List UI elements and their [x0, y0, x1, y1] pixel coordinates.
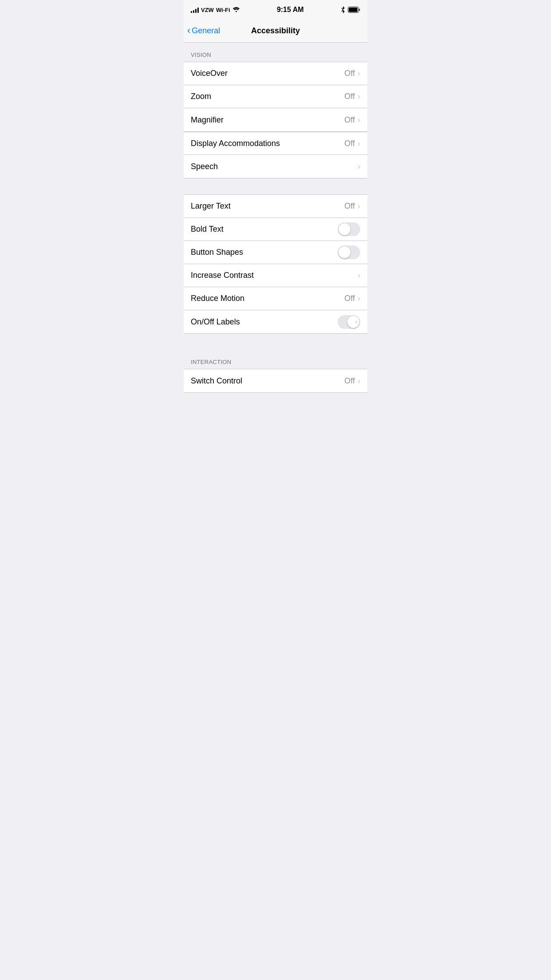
page-title: Accessibility [251, 26, 300, 36]
bold-text-label: Bold Text [191, 225, 224, 234]
display-accommodations-label: Display Accommodations [191, 139, 280, 148]
status-bar: VZW Wi-Fi 9:15 AM [184, 0, 367, 20]
carrier-label: VZW [201, 7, 214, 13]
speech-label: Speech [191, 162, 218, 171]
display-accommodations-chevron-icon: › [358, 139, 360, 148]
display-accommodations-right: Off › [344, 139, 360, 148]
gap-2 [184, 334, 367, 350]
speech-group: Speech › [184, 155, 367, 178]
bold-text-toggle[interactable] [338, 222, 360, 236]
vision-section-group: VoiceOver Off › Zoom Off › Magnifier Off… [184, 62, 367, 132]
button-shapes-label: Button Shapes [191, 248, 243, 257]
svg-rect-1 [349, 8, 358, 12]
larger-text-value: Off [344, 202, 355, 211]
wifi-label: Wi-Fi [216, 7, 230, 13]
switch-control-chevron-icon: › [358, 376, 360, 386]
zoom-item[interactable]: Zoom Off › [184, 85, 367, 108]
battery-icon [348, 7, 360, 13]
bluetooth-icon [341, 6, 345, 13]
speech-chevron-icon: › [358, 162, 360, 171]
larger-text-chevron-icon: › [358, 202, 360, 211]
switch-control-right: Off › [344, 376, 360, 386]
reduce-motion-item[interactable]: Reduce Motion Off › [184, 287, 367, 310]
zoom-label: Zoom [191, 92, 211, 101]
voiceover-item[interactable]: VoiceOver Off › [184, 62, 367, 85]
voiceover-label: VoiceOver [191, 69, 228, 78]
button-shapes-toggle-knob [338, 246, 350, 258]
magnifier-label: Magnifier [191, 115, 224, 125]
back-chevron-icon: ‹ [187, 26, 190, 36]
reduce-motion-label: Reduce Motion [191, 294, 244, 303]
switch-control-value: Off [344, 376, 355, 386]
increase-contrast-item[interactable]: Increase Contrast › [184, 264, 367, 287]
gap-1 [184, 178, 367, 194]
status-time: 9:15 AM [277, 6, 304, 14]
signal-bars [191, 7, 199, 13]
magnifier-chevron-icon: › [358, 115, 360, 125]
signal-bar-2 [193, 10, 194, 13]
switch-control-item[interactable]: Switch Control Off › [184, 369, 367, 392]
on-off-labels-item[interactable]: On/Off Labels ○ [184, 310, 367, 333]
magnifier-value: Off [344, 115, 355, 125]
magnifier-item[interactable]: Magnifier Off › [184, 108, 367, 131]
bold-text-toggle-knob [338, 223, 350, 235]
nav-bar: ‹ General Accessibility [184, 20, 367, 43]
wifi-icon [232, 7, 240, 13]
reduce-motion-right: Off › [344, 294, 360, 303]
zoom-right: Off › [344, 92, 360, 101]
signal-bar-4 [197, 8, 199, 13]
bold-text-item[interactable]: Bold Text [184, 218, 367, 241]
increase-contrast-label: Increase Contrast [191, 271, 254, 280]
larger-text-item[interactable]: Larger Text Off › [184, 195, 367, 218]
zoom-chevron-icon: › [358, 92, 360, 101]
signal-bar-3 [195, 9, 197, 13]
zoom-value: Off [344, 92, 355, 101]
larger-text-right: Off › [344, 202, 360, 211]
vision-section-header: VISION [184, 43, 367, 62]
display-settings-section: Larger Text Off › Bold Text Button Shape… [184, 194, 367, 334]
voiceover-value: Off [344, 69, 355, 78]
display-accommodations-value: Off [344, 139, 355, 148]
interaction-section: INTERACTION Switch Control Off › [184, 350, 367, 393]
increase-contrast-right: › [358, 271, 360, 280]
interaction-section-group: Switch Control Off › [184, 369, 367, 393]
reduce-motion-value: Off [344, 294, 355, 303]
status-right [341, 6, 360, 13]
on-off-labels-label: On/Off Labels [191, 317, 240, 327]
on-off-labels-toggle[interactable]: ○ [338, 315, 360, 329]
larger-text-label: Larger Text [191, 202, 231, 211]
speech-item[interactable]: Speech › [184, 155, 367, 178]
reduce-motion-chevron-icon: › [358, 294, 360, 303]
switch-control-label: Switch Control [191, 376, 242, 386]
interaction-section-header: INTERACTION [184, 350, 367, 369]
voiceover-right: Off › [344, 69, 360, 78]
vision-section: VISION VoiceOver Off › Zoom Off › Magnif… [184, 43, 367, 178]
back-label: General [192, 26, 220, 36]
back-button[interactable]: ‹ General [187, 26, 220, 36]
button-shapes-toggle[interactable] [338, 245, 360, 259]
button-shapes-item[interactable]: Button Shapes [184, 241, 367, 264]
status-left: VZW Wi-Fi [191, 7, 240, 13]
display-accommodations-item[interactable]: Display Accommodations Off › [184, 132, 367, 155]
speech-right: › [358, 162, 360, 171]
voiceover-chevron-icon: › [358, 69, 360, 78]
increase-contrast-chevron-icon: › [358, 271, 360, 280]
magnifier-right: Off › [344, 115, 360, 125]
signal-bar-1 [191, 11, 192, 13]
